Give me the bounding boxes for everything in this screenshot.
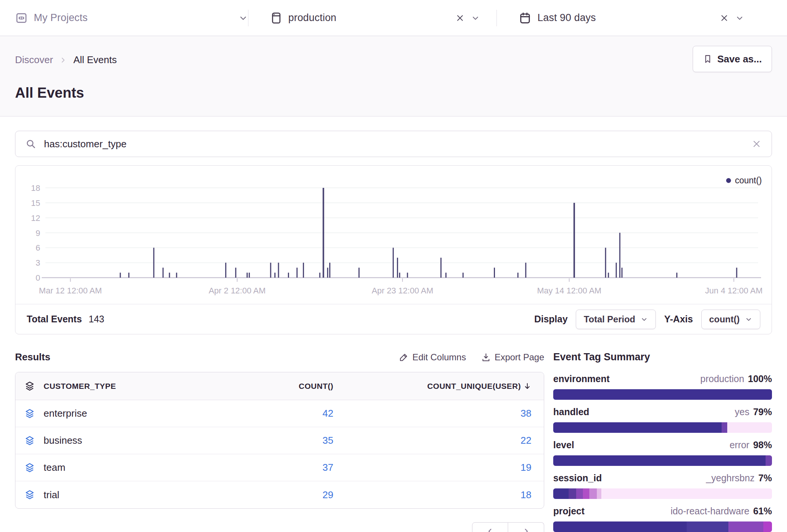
chevron-down-icon[interactable]: [735, 14, 744, 23]
cell-count-unique[interactable]: 38: [333, 408, 531, 419]
chevron-down-icon[interactable]: [238, 13, 248, 23]
tag-bar-segment: [763, 521, 772, 532]
events-chart-card: count() 0369121518Mar 12 12:00 AMApr 2 1…: [15, 165, 772, 334]
tag-percent: 100%: [748, 373, 772, 384]
tag-distribution-bar[interactable]: [553, 455, 772, 466]
tag-bar-segment: [589, 488, 597, 499]
environment-selector[interactable]: production: [248, 0, 496, 36]
stack-icon: [15, 408, 44, 419]
cell-count-unique[interactable]: 18: [333, 489, 531, 501]
total-events-value: 143: [89, 314, 104, 325]
tag-bar-segment: [583, 488, 589, 499]
tag-name: level: [553, 440, 574, 450]
save-as-label: Save as...: [717, 53, 762, 65]
display-dropdown-value: Total Period: [584, 314, 635, 325]
tag-bar-segment: [728, 521, 763, 532]
chevron-down-icon[interactable]: [471, 14, 480, 23]
tag-top-value: yes: [735, 407, 749, 417]
export-page-button[interactable]: Export Page: [481, 352, 544, 363]
cell-count-unique[interactable]: 19: [333, 462, 531, 473]
download-icon: [481, 352, 491, 362]
column-header-customer-type[interactable]: CUSTOMER_TYPE: [44, 382, 228, 391]
cell-count-unique[interactable]: 22: [333, 435, 531, 446]
chart-bar: [736, 268, 737, 278]
page-header: Discover All Events Save as... All Event…: [0, 36, 787, 116]
bookmark-icon: [703, 54, 713, 64]
cell-count[interactable]: 29: [228, 489, 333, 501]
tag-bar-segment: [601, 488, 772, 499]
pagination: [15, 522, 544, 532]
chart-bar: [153, 248, 154, 278]
tag-distribution-bar[interactable]: [553, 488, 772, 499]
tag-bar-segment: [722, 422, 727, 433]
x-axis-tick-label: Mar 12 12:00 AM: [39, 286, 102, 295]
search-icon: [25, 138, 36, 150]
tag-summary-title: Event Tag Summary: [553, 351, 772, 363]
tag-bar-segment: [727, 422, 772, 433]
chart-bar: [518, 273, 519, 278]
stack-icon: [15, 381, 44, 391]
edit-columns-button[interactable]: Edit Columns: [399, 352, 466, 363]
chart-bar: [397, 258, 398, 278]
events-chart[interactable]: 0369121518Mar 12 12:00 AMApr 2 12:00 AMA…: [15, 166, 772, 301]
cell-customer-type: team: [44, 462, 228, 473]
display-dropdown[interactable]: Total Period: [576, 310, 656, 329]
tag-percent: 7%: [758, 473, 772, 484]
results-table: CUSTOMER_TYPE COUNT() COUNT_UNIQUE(USER)…: [15, 372, 544, 509]
column-header-count-unique[interactable]: COUNT_UNIQUE(USER): [333, 382, 531, 391]
chart-bar: [445, 273, 446, 278]
cell-customer-type: business: [44, 435, 228, 446]
tag-bar-segment: [687, 521, 728, 532]
previous-page-button[interactable]: [472, 522, 508, 532]
chart-bar: [621, 268, 622, 278]
chart-bar: [676, 273, 677, 278]
chart-bar: [399, 273, 400, 278]
clear-date-icon[interactable]: [719, 13, 729, 23]
chart-bar: [605, 248, 606, 278]
tag-bar-segment: [553, 455, 766, 466]
y-axis-tick-label: 12: [31, 213, 40, 223]
tag-distribution-bar[interactable]: [553, 422, 772, 433]
chart-bar: [270, 263, 271, 278]
stack-icon: [15, 435, 44, 446]
cell-customer-type: trial: [44, 489, 228, 501]
chart-bar: [327, 268, 328, 278]
search-bar[interactable]: [15, 131, 772, 157]
chart-bar: [619, 233, 621, 278]
cell-count[interactable]: 42: [228, 408, 333, 419]
chart-bar: [288, 273, 289, 278]
yaxis-dropdown[interactable]: count(): [701, 310, 760, 329]
tag-distribution-bar[interactable]: [553, 389, 772, 400]
chart-bar: [297, 268, 298, 278]
pencil-icon: [399, 352, 409, 362]
column-header-count[interactable]: COUNT(): [228, 382, 333, 391]
chart-bar: [463, 273, 464, 278]
search-input[interactable]: [44, 138, 744, 150]
chart-bar: [494, 268, 495, 278]
y-axis-tick-label: 18: [31, 183, 40, 193]
chart-bar: [169, 273, 170, 278]
chart-bar: [608, 273, 609, 278]
chart-bar: [247, 273, 248, 278]
next-page-button[interactable]: [508, 522, 544, 532]
breadcrumb: Discover All Events: [15, 46, 117, 66]
chart-bar: [359, 268, 360, 278]
clear-environment-icon[interactable]: [455, 13, 465, 23]
breadcrumb-discover[interactable]: Discover: [15, 54, 53, 66]
chevron-right-icon: [59, 56, 67, 64]
chart-bar: [274, 273, 275, 278]
tag-distribution-bar[interactable]: [553, 521, 772, 532]
project-selector-label: My Projects: [34, 12, 88, 24]
chart-bar: [616, 263, 617, 278]
clear-search-icon[interactable]: [751, 139, 762, 149]
save-as-button[interactable]: Save as...: [693, 46, 772, 72]
cell-count[interactable]: 37: [228, 462, 333, 473]
cell-count[interactable]: 35: [228, 435, 333, 446]
date-range-selector[interactable]: Last 90 days: [497, 0, 746, 36]
environment-selector-label: production: [288, 12, 336, 24]
projects-icon: [15, 12, 28, 24]
sort-descending-icon: [523, 382, 531, 390]
x-axis-tick-label: Jun 4 12:00 AM: [705, 286, 763, 295]
project-selector[interactable]: My Projects: [15, 0, 248, 36]
chart-bar: [162, 268, 163, 278]
